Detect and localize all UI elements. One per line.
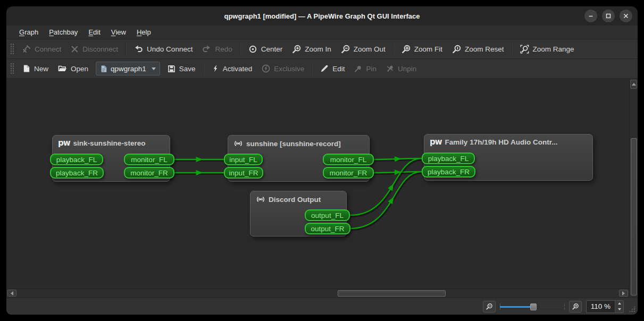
- slider-handle[interactable]: [530, 303, 537, 310]
- undo-icon: [134, 45, 143, 53]
- session-combobox[interactable]: qpwgraph1: [96, 62, 160, 75]
- port-output_FR[interactable]: output_FR: [305, 223, 350, 234]
- disconnect-label: Disconnect: [82, 45, 118, 53]
- center-label: Center: [261, 45, 283, 53]
- disconnect-button[interactable]: Disconnect: [66, 43, 123, 56]
- zoom-value: 110 %: [587, 302, 615, 310]
- save-button[interactable]: Save: [163, 62, 200, 75]
- new-file-icon: [22, 64, 30, 73]
- minimize-button[interactable]: [584, 10, 597, 22]
- node-header: pwFamily 17h/19h HD Audio Contr...: [424, 134, 592, 146]
- port-input_FL[interactable]: input_FL: [224, 154, 263, 165]
- zoom-reset-button[interactable]: Zoom Reset: [447, 42, 509, 56]
- port-playback_FL[interactable]: playback_FL: [50, 154, 103, 165]
- spin-down-button[interactable]: [615, 307, 623, 312]
- titlebar[interactable]: qpwgraph1 [modified] — A PipeWire Graph …: [6, 6, 638, 26]
- scroll-right-button[interactable]: [619, 290, 628, 297]
- center-button[interactable]: Center: [244, 42, 288, 56]
- zoom-range-button[interactable]: Zoom Range: [515, 42, 579, 56]
- new-button[interactable]: New: [18, 62, 53, 75]
- status-zoom-in-button[interactable]: [569, 301, 582, 312]
- scroll-up-button[interactable]: [630, 80, 637, 89]
- toolbar-drag-handle[interactable]: [10, 43, 14, 55]
- save-label: Save: [179, 65, 196, 73]
- open-button[interactable]: Open: [53, 62, 93, 75]
- pin-button[interactable]: Pin: [349, 62, 381, 75]
- slider-fill: [500, 306, 533, 308]
- horizontal-scrollbar[interactable]: [6, 289, 629, 298]
- zoom-out-button[interactable]: Zoom Out: [336, 42, 390, 56]
- port-monitor_FR[interactable]: monitor_FR: [124, 167, 174, 179]
- center-icon: [248, 45, 257, 54]
- arrow-left-icon: [11, 291, 13, 295]
- graph-canvas[interactable]: pwsink-sunshine-stereoplayback_FLplaybac…: [6, 79, 629, 289]
- redo-icon: [202, 45, 211, 53]
- unpin-label: Unpin: [398, 65, 416, 73]
- menu-item-edit[interactable]: Edit: [83, 26, 105, 39]
- spin-up-button[interactable]: [615, 301, 623, 307]
- spin-steppers: [615, 301, 623, 312]
- activated-label: Activated: [223, 65, 253, 73]
- wire-arrowhead: [388, 197, 394, 205]
- node-title: Discord Output: [269, 196, 321, 204]
- close-button[interactable]: [620, 10, 632, 22]
- resize-grip[interactable]: [629, 306, 635, 312]
- edit-button[interactable]: Edit: [315, 62, 349, 75]
- new-label: New: [34, 65, 48, 73]
- redo-label: Redo: [215, 45, 232, 53]
- arrow-up-icon: [632, 83, 636, 86]
- connect-button[interactable]: Connect: [18, 42, 66, 56]
- node-header: Discord Output: [250, 191, 346, 204]
- toolbar-drag-handle[interactable]: [10, 63, 14, 74]
- horizontal-scroll-thumb[interactable]: [338, 290, 446, 297]
- unpin-button[interactable]: Unpin: [381, 62, 421, 75]
- vertical-scrollbar[interactable]: [629, 79, 638, 298]
- port-output_FL[interactable]: output_FL: [305, 209, 350, 221]
- redo-button[interactable]: Redo: [197, 42, 237, 56]
- window-title: qpwgraph1 [modified] — A PipeWire Graph …: [6, 12, 638, 20]
- zoom-fit-label: Zoom Fit: [414, 45, 442, 53]
- zoom-in-label: Zoom In: [305, 45, 331, 53]
- menubar: GraphPatchbayEditViewHelp: [6, 26, 638, 39]
- activated-button[interactable]: Activated: [207, 62, 257, 75]
- zoom-fit-button[interactable]: Zoom Fit: [397, 42, 447, 56]
- vertical-scroll-thumb[interactable]: [631, 138, 637, 295]
- scroll-left-button[interactable]: [7, 290, 16, 297]
- session-name: qpwgraph1: [111, 65, 146, 73]
- minimize-icon: [588, 13, 594, 19]
- toolbar-separator: [240, 43, 241, 55]
- pipewire-icon: pw: [58, 139, 70, 147]
- zoom-in-button[interactable]: Zoom In: [287, 42, 336, 56]
- graph-toolbar: Connect Disconnect Undo Connect Redo Cen…: [6, 39, 638, 59]
- activated-bolt-icon: [212, 64, 219, 73]
- zoom-slider[interactable]: [500, 302, 565, 311]
- zoom-range-label: Zoom Range: [533, 45, 574, 53]
- node-title: Family 17h/19h HD Audio Contr...: [445, 138, 558, 146]
- port-input_FR[interactable]: input_FR: [224, 167, 263, 179]
- menu-item-patchbay[interactable]: Patchbay: [44, 26, 83, 39]
- save-icon: [168, 65, 175, 73]
- zoom-spinbox[interactable]: 110 %: [586, 300, 624, 313]
- zoom-out-label: Zoom Out: [354, 45, 386, 53]
- menu-item-help[interactable]: Help: [131, 26, 156, 39]
- exclusive-button[interactable]: Exclusive: [257, 62, 309, 75]
- connections-layer: [6, 79, 629, 289]
- pin-icon: [354, 65, 362, 73]
- menu-item-view[interactable]: View: [106, 26, 131, 39]
- chevron-down-icon: [152, 67, 156, 70]
- menu-item-graph[interactable]: Graph: [14, 26, 44, 39]
- connect-icon: [22, 45, 31, 53]
- disconnect-icon: [71, 45, 79, 53]
- zoom-out-icon: [341, 45, 350, 54]
- undo-connect-button[interactable]: Undo Connect: [129, 42, 197, 56]
- connect-label: Connect: [35, 45, 61, 53]
- port-monitor_FR[interactable]: monitor_FR: [323, 167, 374, 179]
- port-playback_FL[interactable]: playback_FL: [422, 153, 475, 164]
- port-playback_FR[interactable]: playback_FR: [422, 166, 475, 178]
- maximize-button[interactable]: [602, 10, 615, 22]
- port-monitor_FL[interactable]: monitor_FL: [323, 154, 374, 165]
- port-playback_FR[interactable]: playback_FR: [50, 167, 104, 179]
- port-monitor_FL[interactable]: monitor_FL: [124, 154, 174, 165]
- exclusive-bolt-icon: [262, 64, 270, 73]
- status-zoom-out-button[interactable]: [483, 301, 496, 312]
